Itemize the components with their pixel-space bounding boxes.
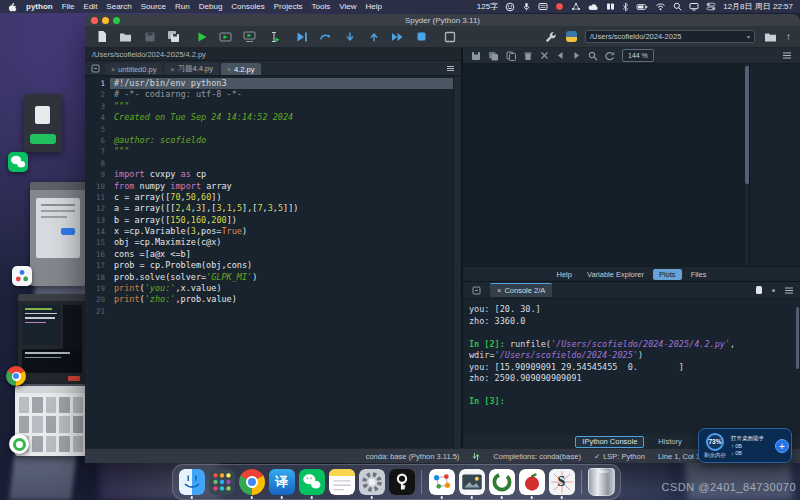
stop-debug-button[interactable] — [414, 30, 429, 44]
run-to-line-button[interactable] — [318, 30, 333, 44]
plot-zoom-level[interactable]: 144 % — [622, 49, 654, 62]
close-icon[interactable]: × — [170, 66, 174, 73]
close-icon[interactable]: × — [111, 66, 115, 73]
code-line-18[interactable]: 18prob.solve(solver='GLPK_MI') — [85, 272, 461, 283]
dock-notes[interactable] — [328, 469, 355, 496]
dock-settings[interactable] — [358, 469, 385, 496]
close-plot-icon[interactable] — [540, 51, 549, 60]
code-line-19[interactable]: 19print('you:',x.value) — [85, 283, 461, 294]
keyboard-icon[interactable] — [538, 2, 548, 11]
wechat-badge-icon[interactable] — [8, 152, 28, 172]
step-out-button[interactable] — [366, 30, 381, 44]
menu-item-help[interactable]: Help — [366, 2, 382, 11]
pane-tab-files[interactable]: Files — [685, 269, 713, 280]
record-icon[interactable] — [555, 2, 564, 11]
tab-history[interactable]: History — [652, 437, 687, 447]
close-icon[interactable]: × — [227, 66, 231, 73]
open-file-button[interactable] — [118, 30, 133, 44]
menu-item-view[interactable]: View — [339, 2, 356, 11]
python-env-icon[interactable] — [566, 31, 577, 42]
code-line-6[interactable]: 6@author: scofieldo — [85, 135, 461, 146]
save-button[interactable] — [142, 30, 157, 44]
dock-finder[interactable] — [178, 469, 205, 496]
console-tab[interactable]: × Console 2/A — [490, 283, 552, 297]
editor-tab-4-2-py[interactable]: ×4.2.py — [221, 63, 261, 75]
run-cell-advance-button[interactable] — [242, 30, 257, 44]
tab-ipython-console[interactable]: IPython Console — [575, 436, 644, 448]
menu-item-source[interactable]: Source — [141, 2, 166, 11]
console-scrollbar-thumb[interactable] — [796, 307, 799, 369]
browse-consoles-icon[interactable] — [472, 286, 481, 295]
dock-trash[interactable] — [588, 469, 615, 496]
code-line-17[interactable]: 17prob = cp.Problem(obj,cons) — [85, 260, 461, 271]
app-badge-icon[interactable] — [12, 266, 32, 286]
run-selection-button[interactable] — [266, 30, 281, 44]
dock-wechat[interactable] — [298, 469, 325, 496]
dock-chrome[interactable] — [238, 469, 265, 496]
minimized-window-3[interactable] — [18, 294, 86, 384]
close-icon[interactable]: × — [497, 286, 501, 295]
menu-app-name[interactable]: python — [26, 2, 53, 11]
menu-item-search[interactable]: Search — [106, 2, 131, 11]
green-ring-badge-icon[interactable] — [9, 434, 29, 454]
widget-expand-button[interactable]: + — [775, 439, 789, 453]
save-all-button[interactable] — [166, 30, 181, 44]
menu-clock[interactable]: 12月8日 周日 22:57 — [723, 1, 793, 12]
working-directory-selector[interactable]: /Users/scofieldo/2024-2025 ▾ — [585, 30, 755, 43]
minimized-window-2[interactable] — [30, 182, 86, 286]
code-line-15[interactable]: 15obj =cp.Maximize(c@x) — [85, 237, 461, 248]
continue-execution-button[interactable] — [390, 30, 405, 44]
menu-item-edit[interactable]: Edit — [84, 2, 98, 11]
code-line-21[interactable]: 21 — [85, 306, 461, 317]
plots-options-icon[interactable] — [782, 51, 792, 60]
dock-apple-app[interactable] — [518, 469, 545, 496]
face-icon[interactable] — [505, 2, 515, 12]
code-line-2[interactable]: 2# -*- codiarng: utf-8 -*- — [85, 89, 461, 100]
zoom-plot-icon[interactable] — [588, 51, 598, 61]
run-cell-button[interactable] — [218, 30, 233, 44]
maximize-pane-button[interactable] — [442, 30, 457, 44]
search-icon[interactable] — [673, 2, 682, 11]
code-editor[interactable]: 1#!/usr/bin/env python32# -*- codiarng: … — [85, 76, 461, 448]
run-file-button[interactable] — [194, 30, 209, 44]
fit-plot-icon[interactable] — [605, 51, 615, 61]
plots-thumbnail-strip[interactable] — [749, 64, 800, 266]
display-icon[interactable] — [689, 2, 699, 11]
editor-tab-习题4-4-py[interactable]: ×习题4.4.py — [164, 63, 219, 75]
menu-item-tools[interactable]: Tools — [312, 2, 331, 11]
editor-tab-untitled0-py[interactable]: ×untitled0.py — [105, 63, 162, 75]
save-plot-icon[interactable] — [471, 51, 481, 61]
parent-directory-button[interactable]: ↑ — [786, 32, 791, 42]
code-line-5[interactable]: 5 — [85, 124, 461, 135]
minimized-window-1[interactable] — [24, 94, 62, 152]
lsp-status[interactable]: ✓ LSP: Python — [594, 452, 645, 461]
completions-status[interactable]: Completions: conda(base) — [493, 452, 581, 461]
code-line-11[interactable]: 11c = array([70,50,60]) — [85, 192, 461, 203]
dock-nodes-app[interactable] — [428, 469, 455, 496]
code-line-16[interactable]: 16cons =[a@x <=b] — [85, 249, 461, 260]
pane-tab-plots[interactable]: Plots — [653, 269, 682, 280]
debug-file-button[interactable] — [294, 30, 309, 44]
menu-item-run[interactable]: Run — [175, 2, 190, 11]
console-environment-icon[interactable] — [755, 285, 763, 295]
dock-preview-app[interactable] — [458, 469, 485, 496]
preferences-wrench-icon[interactable] — [543, 30, 558, 44]
apple-menu-icon[interactable] — [7, 1, 17, 12]
code-line-10[interactable]: 10from numpy import array — [85, 181, 461, 192]
code-line-1[interactable]: 1#!/usr/bin/env python3 — [85, 78, 461, 89]
code-line-20[interactable]: 20print('zho:',prob.value) — [85, 294, 461, 305]
new-file-button[interactable] — [94, 30, 109, 44]
save-all-plots-icon[interactable] — [488, 51, 499, 61]
copy-plot-icon[interactable] — [506, 51, 516, 61]
code-line-7[interactable]: 7""" — [85, 146, 461, 157]
nodes-icon[interactable] — [571, 2, 581, 11]
dock-green-ring-app[interactable] — [488, 469, 515, 496]
dock-translate[interactable]: 译 — [268, 469, 295, 496]
battery-icon[interactable] — [636, 3, 648, 11]
browse-tabs-icon[interactable] — [91, 64, 100, 73]
pane-tab-variable-explorer[interactable]: Variable Explorer — [581, 269, 650, 280]
code-line-3[interactable]: 3""" — [85, 101, 461, 112]
menu-item-consoles[interactable]: Consoles — [231, 2, 264, 11]
code-line-12[interactable]: 12a = array([[2,4,3],[3,1,5],[7,3,5]]) — [85, 203, 461, 214]
panes-icon[interactable] — [606, 2, 615, 11]
